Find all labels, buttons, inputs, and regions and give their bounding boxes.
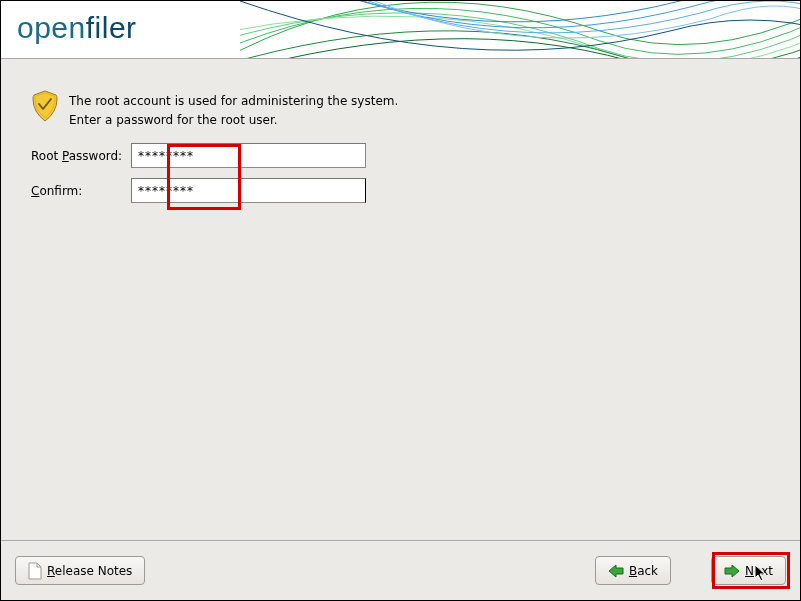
content-area: The root account is used for administeri…: [1, 60, 800, 540]
intro-row: The root account is used for administeri…: [31, 90, 770, 129]
root-password-label: Root Password:: [31, 149, 131, 163]
confirm-input[interactable]: [131, 178, 366, 203]
file-icon: [28, 562, 42, 580]
intro-line-1: The root account is used for administeri…: [69, 92, 398, 111]
release-notes-button[interactable]: Release Notes: [15, 556, 145, 585]
next-button[interactable]: Next: [711, 556, 786, 585]
header-swirls-decoration: [240, 1, 800, 59]
arrow-right-icon: [724, 564, 740, 578]
password-form: Root Password: Confirm:: [31, 143, 770, 203]
header: openfiler: [1, 1, 800, 59]
root-password-input[interactable]: [131, 143, 366, 168]
openfiler-logo: openfiler: [17, 11, 137, 45]
back-button[interactable]: Back: [595, 556, 671, 585]
intro-line-2: Enter a password for the root user.: [69, 111, 398, 130]
arrow-left-icon: [608, 564, 624, 578]
installer-window: openfiler: [0, 0, 801, 601]
confirm-label: Confirm:: [31, 184, 131, 198]
footer: Release Notes Back Next: [1, 540, 800, 600]
logo-filer: filer: [86, 11, 137, 44]
shield-icon: [31, 90, 59, 122]
root-password-row: Root Password:: [31, 143, 770, 168]
intro-text: The root account is used for administeri…: [69, 90, 398, 129]
confirm-row: Confirm:: [31, 178, 770, 203]
logo-open: open: [17, 11, 86, 44]
